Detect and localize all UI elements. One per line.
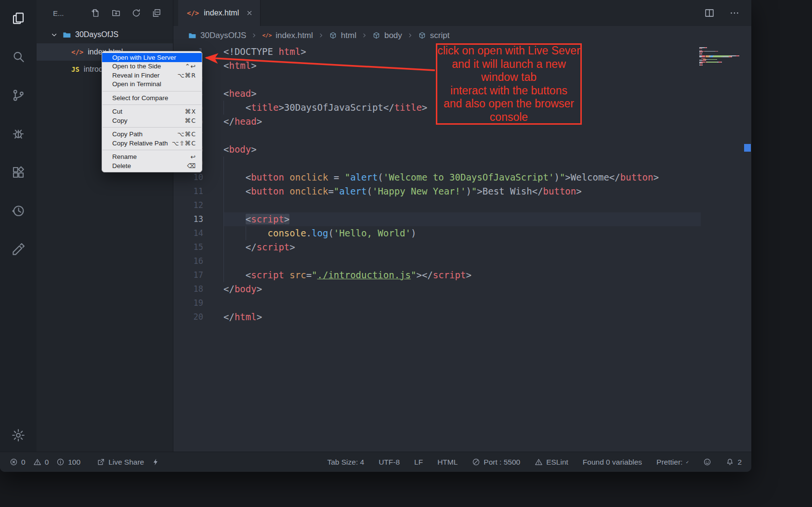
tab-close-button[interactable] bbox=[246, 9, 253, 17]
indent-guide bbox=[223, 268, 224, 282]
status-100[interactable]: 100 bbox=[56, 458, 80, 467]
code-line-19[interactable]: 19 bbox=[173, 296, 751, 310]
code-line-17[interactable]: 17 <script src="./introduction.js"></scr… bbox=[173, 268, 751, 282]
code-line-13[interactable]: 13 <script> bbox=[173, 212, 751, 226]
status-label: 0 bbox=[21, 458, 26, 467]
menu-separator bbox=[103, 127, 201, 128]
chevron-right-icon bbox=[250, 32, 258, 39]
new-file-button[interactable] bbox=[91, 8, 101, 18]
menu-item-open-in-terminal[interactable]: Open in Terminal bbox=[102, 80, 202, 89]
menu-item-label: Copy Path bbox=[112, 130, 143, 138]
line-number: 14 bbox=[173, 226, 203, 240]
code-line-15[interactable]: 15 </script> bbox=[173, 240, 751, 254]
history-icon bbox=[11, 204, 26, 218]
folder-label: 30DaysOfJS bbox=[75, 30, 118, 39]
status-found-0-variables[interactable]: Found 0 variables bbox=[583, 458, 642, 467]
status-eslint[interactable]: ESLint bbox=[535, 458, 568, 467]
status-smiley[interactable] bbox=[703, 458, 711, 466]
status-left: 00100Live Share bbox=[10, 458, 160, 467]
more-actions-button[interactable] bbox=[729, 8, 740, 18]
folder-icon bbox=[188, 31, 196, 40]
run-debug-icon bbox=[11, 127, 26, 141]
menu-item-open-to-the-side[interactable]: Open to the Side⌃↩ bbox=[102, 62, 202, 71]
status-lf[interactable]: LF bbox=[414, 458, 423, 467]
menu-item-open-with-live-server[interactable]: Open with Live Server bbox=[102, 53, 202, 62]
breadcrumb-script[interactable]: script bbox=[418, 31, 450, 40]
status-label: Live Share bbox=[108, 458, 144, 467]
explorer-icon bbox=[11, 11, 26, 26]
status-0[interactable]: 0 bbox=[10, 458, 26, 467]
status-label: 0 bbox=[45, 458, 49, 467]
code-line-12[interactable]: 12 bbox=[173, 198, 751, 212]
code-line-20[interactable]: 20</html> bbox=[173, 310, 751, 324]
activity-item-extensions[interactable] bbox=[7, 161, 30, 184]
breadcrumb-index-html[interactable]: </>index.html bbox=[262, 31, 313, 40]
menu-item-reveal-in-finder[interactable]: Reveal in Finder⌥⌘R bbox=[102, 71, 202, 80]
menu-item-rename[interactable]: Rename↩ bbox=[102, 153, 202, 162]
status-html[interactable]: HTML bbox=[437, 458, 458, 467]
indent-guide bbox=[223, 226, 224, 240]
menu-item-copy-path[interactable]: Copy Path⌥⌘C bbox=[102, 130, 202, 139]
breadcrumb-separator bbox=[317, 32, 325, 39]
menu-item-delete[interactable]: Delete⌫ bbox=[102, 161, 202, 170]
code-line-16[interactable]: 16 bbox=[173, 254, 751, 268]
tree-folder-30daysofjs[interactable]: 30DaysOfJS bbox=[37, 26, 173, 43]
status-bar: 00100Live Share Tab Size: 4UTF-8LFHTMLPo… bbox=[0, 452, 751, 472]
status-lightning[interactable] bbox=[152, 458, 160, 466]
code-line-14[interactable]: 14 console.log('Hello, World') bbox=[173, 226, 751, 240]
code-line-18[interactable]: 18</body> bbox=[173, 282, 751, 296]
menu-item-copy-relative-path[interactable]: Copy Relative Path⌥⇧⌘C bbox=[102, 139, 202, 148]
activity-item-run-debug[interactable] bbox=[7, 122, 30, 145]
breadcrumb-30daysofjs[interactable]: 30DaysOfJS bbox=[188, 31, 246, 40]
breadcrumb-body[interactable]: body bbox=[372, 31, 402, 40]
status-prettier[interactable]: Prettier:✓ bbox=[656, 458, 689, 467]
tab-index-html[interactable]: </> index.html bbox=[178, 0, 261, 26]
split-editor-button[interactable] bbox=[704, 8, 715, 18]
activity-item-edit-session[interactable] bbox=[7, 238, 30, 261]
breadcrumb-separator bbox=[361, 32, 368, 39]
activity-item-source-control[interactable] bbox=[7, 84, 30, 107]
menu-item-copy[interactable]: Copy⌘C bbox=[102, 116, 202, 125]
status-port-5500[interactable]: Port : 5500 bbox=[472, 458, 520, 467]
status-live-share[interactable]: Live Share bbox=[97, 458, 144, 467]
new-folder-button[interactable] bbox=[111, 8, 121, 18]
indent-guide bbox=[223, 254, 224, 268]
breadcrumb-html[interactable]: html bbox=[329, 31, 356, 40]
code-line-8[interactable]: 8<body> bbox=[173, 143, 751, 156]
menu-item-shortcut: ⌘X bbox=[185, 108, 196, 115]
error-circle-icon bbox=[10, 458, 18, 466]
chevron-right-icon bbox=[317, 32, 325, 39]
close-icon bbox=[246, 9, 253, 17]
code-line-9[interactable]: 9 bbox=[173, 156, 751, 170]
code-line-7[interactable]: 7 bbox=[173, 129, 751, 143]
line-number: 20 bbox=[173, 310, 203, 324]
menu-item-select-for-compare[interactable]: Select for Compare bbox=[102, 93, 202, 103]
menu-item-cut[interactable]: Cut⌘X bbox=[102, 107, 202, 117]
minimap[interactable] bbox=[699, 47, 742, 65]
chevron-right-icon bbox=[361, 32, 368, 39]
activity-item-history[interactable] bbox=[7, 199, 30, 222]
annotation-box: click on open with Live Severand it will… bbox=[436, 43, 582, 125]
menu-item-label: Delete bbox=[112, 162, 131, 169]
code-line-10[interactable]: 10 <button onclick = "alert('Welcome to … bbox=[173, 170, 751, 184]
activity-item-settings[interactable] bbox=[7, 424, 30, 447]
refresh-button[interactable] bbox=[131, 8, 141, 18]
activity-bar bbox=[0, 0, 37, 452]
html-file-icon: </> bbox=[71, 49, 83, 55]
status-0[interactable]: 0 bbox=[33, 458, 49, 467]
status-utf-8[interactable]: UTF-8 bbox=[379, 458, 400, 467]
extensions-icon bbox=[11, 165, 26, 180]
chevron-right-icon bbox=[406, 32, 414, 39]
activity-item-explorer[interactable] bbox=[7, 7, 30, 30]
menu-item-shortcut: ⌥⌘C bbox=[177, 130, 196, 138]
code-line-11[interactable]: 11 <button onclick="alert('Happy New Yea… bbox=[173, 184, 751, 198]
status-tab-size-4[interactable]: Tab Size: 4 bbox=[327, 458, 364, 467]
breadcrumb-separator bbox=[406, 32, 414, 39]
folder-icon bbox=[62, 30, 71, 39]
collapse-all-button[interactable] bbox=[152, 8, 161, 18]
edit-session-icon bbox=[11, 242, 26, 257]
activity-item-search[interactable] bbox=[7, 45, 30, 68]
menu-item-label: Open in Terminal bbox=[112, 80, 161, 88]
more-icon bbox=[729, 8, 740, 18]
status-2[interactable]: 2 bbox=[726, 458, 742, 467]
